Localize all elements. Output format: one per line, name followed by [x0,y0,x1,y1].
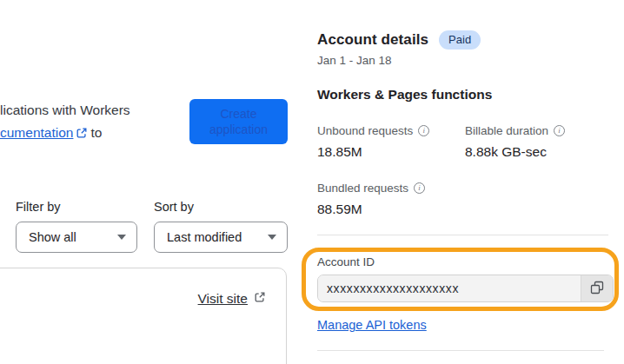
bundled-requests-label: Bundled requests i [317,182,425,195]
sort-by-label: Sort by [154,200,194,214]
filter-by-label: Filter by [16,200,61,214]
sort-dropdown-value: Last modified [167,230,242,244]
copy-icon [590,281,604,297]
sort-dropdown[interactable]: Last modified [154,222,288,253]
manage-api-tokens-link[interactable]: Manage API tokens [317,318,427,332]
billable-duration-value: 8.88k GB-sec [465,144,547,160]
external-link-icon [76,123,88,146]
billable-duration-label: Billable duration i [465,124,565,137]
account-details-title: Account details [317,31,428,49]
account-details-header: Account details Paid [317,30,481,50]
account-id-label: Account ID [317,255,375,268]
unbound-requests-value: 18.85M [317,144,362,160]
chevron-down-icon [117,235,126,240]
billing-date-range: Jan 1 - Jan 18 [317,54,392,67]
account-id-control [317,275,614,302]
divider [317,235,608,235]
filter-dropdown-value: Show all [29,230,76,244]
create-application-button[interactable]: Create application [189,99,288,144]
intro-line-1: lications with Workers [0,99,187,122]
info-icon[interactable]: i [418,125,429,136]
intro-line-2: cumentationto [0,122,187,146]
visit-site-row: Visit site [198,291,269,307]
workers-pages-functions-title: Workers & Pages functions [317,87,492,103]
divider [317,350,604,351]
external-link-icon [254,291,266,307]
workers-dashboard-screen: lications with Workers cumentationto Cre… [0,0,624,364]
intro-text: lications with Workers cumentationto [0,99,187,146]
paid-plan-badge: Paid [439,30,481,50]
unbound-requests-label: Unbound requests i [317,124,429,137]
manage-api-tokens-row: Manage API tokens [317,318,427,332]
copy-button[interactable] [581,275,613,301]
project-card: Visit site [0,268,287,364]
bundled-requests-value: 88.59M [317,202,362,217]
visit-site-link[interactable]: Visit site [198,291,248,307]
filter-dropdown[interactable]: Show all [16,222,137,253]
chevron-down-icon [268,235,276,240]
info-icon[interactable]: i [554,125,565,136]
documentation-link[interactable]: cumentation [0,125,73,140]
intro-after-link: to [90,125,102,140]
info-icon[interactable]: i [414,182,425,194]
account-id-input[interactable] [318,275,581,301]
